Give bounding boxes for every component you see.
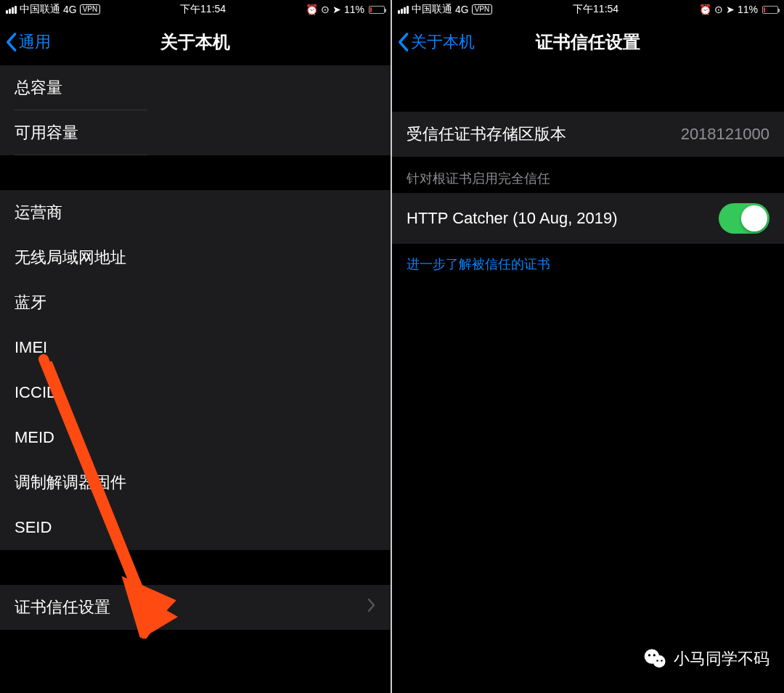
- battery-icon: [367, 6, 385, 14]
- row-label: 证书信任设置: [15, 596, 110, 618]
- carrier-label: 中国联通: [20, 3, 60, 16]
- nav-bar: 通用 关于本机: [0, 19, 391, 65]
- section-header: 针对根证书启用完全信任: [392, 157, 784, 193]
- status-bar: 中国联通 4G VPN 下午11:54 ⏰ ⊙ ➤ 11%: [392, 0, 784, 19]
- back-label: 通用: [19, 31, 51, 53]
- watermark: 小马同学不码: [643, 647, 769, 671]
- page-title: 关于本机: [160, 30, 230, 54]
- battery-percent: 11%: [738, 4, 758, 15]
- battery-icon: [761, 6, 778, 14]
- back-button[interactable]: 关于本机: [396, 31, 475, 53]
- phone-screen-cert-trust: 中国联通 4G VPN 下午11:54 ⏰ ⊙ ➤ 11% 关于本机 证书信任设…: [392, 0, 784, 693]
- row-available-capacity[interactable]: 可用容量: [0, 110, 391, 155]
- location-icon: ➤: [332, 4, 341, 15]
- signal-icon: [6, 6, 17, 14]
- network-label: 4G: [63, 4, 77, 15]
- back-label: 关于本机: [411, 31, 475, 53]
- alarm-icon: ⏰: [306, 4, 318, 15]
- row-seid[interactable]: SEID: [0, 505, 391, 550]
- location-icon: ➤: [726, 4, 735, 15]
- row-modem-firmware[interactable]: 调制解调器固件: [0, 460, 391, 505]
- row-trust-store-version: 受信任证书存储区版本 2018121000: [392, 112, 784, 157]
- vpn-badge: VPN: [80, 4, 101, 15]
- phone-screen-about: 中国联通 4G VPN 下午11:54 ⏰ ⊙ ➤ 11% 通用 关于本机 总容…: [0, 0, 392, 693]
- svg-point-9: [656, 660, 658, 662]
- svg-point-8: [653, 654, 656, 656]
- row-label: 总容量: [15, 77, 62, 99]
- svg-point-10: [661, 660, 663, 662]
- separator: [0, 550, 391, 585]
- clock-label: 下午11:54: [573, 3, 618, 16]
- row-total-capacity[interactable]: 总容量: [0, 65, 391, 110]
- row-wifi-address[interactable]: 无线局域网地址: [0, 235, 391, 280]
- battery-percent: 11%: [344, 4, 364, 15]
- separator: [392, 65, 784, 112]
- alarm-icon: ⏰: [699, 4, 711, 15]
- row-certificate-trust-settings[interactable]: 证书信任设置: [0, 585, 391, 630]
- separator: [0, 155, 391, 190]
- chevron-left-icon: [396, 32, 409, 52]
- svg-point-6: [653, 655, 666, 668]
- page-title: 证书信任设置: [536, 30, 640, 54]
- row-label: SEID: [15, 518, 52, 537]
- trust-toggle[interactable]: [719, 203, 769, 234]
- row-label: ICCID: [15, 383, 58, 402]
- row-cert-http-catcher: HTTP Catcher (10 Aug, 2019): [392, 193, 784, 244]
- row-label: 受信任证书存储区版本: [407, 123, 566, 145]
- row-label: 可用容量: [15, 122, 78, 144]
- clock-label: 下午11:54: [180, 3, 226, 16]
- chevron-left-icon: [4, 32, 17, 52]
- row-label: 调制解调器固件: [15, 472, 126, 493]
- row-label: 无线局域网地址: [15, 247, 126, 268]
- row-imei[interactable]: IMEI: [0, 325, 391, 370]
- cert-name-label: HTTP Catcher (10 Aug, 2019): [407, 209, 618, 228]
- row-bluetooth[interactable]: 蓝牙: [0, 280, 391, 325]
- signal-icon: [398, 6, 409, 14]
- row-label: 蓝牙: [15, 292, 46, 313]
- learn-more-link[interactable]: 进一步了解被信任的证书: [392, 244, 784, 287]
- network-label: 4G: [455, 4, 469, 15]
- status-bar: 中国联通 4G VPN 下午11:54 ⏰ ⊙ ➤ 11%: [0, 0, 391, 19]
- row-meid[interactable]: MEID: [0, 415, 391, 460]
- lock-rotation-icon: ⊙: [714, 4, 723, 15]
- carrier-label: 中国联通: [412, 3, 452, 16]
- nav-bar: 关于本机 证书信任设置: [392, 19, 784, 65]
- svg-point-7: [648, 654, 650, 656]
- row-iccid[interactable]: ICCID: [0, 370, 391, 415]
- row-label: IMEI: [15, 338, 47, 357]
- row-label: 运营商: [15, 202, 62, 224]
- row-value: 2018121000: [681, 125, 769, 144]
- vpn-badge: VPN: [472, 4, 493, 15]
- lock-rotation-icon: ⊙: [321, 4, 330, 15]
- row-label: MEID: [15, 428, 54, 447]
- watermark-text: 小马同学不码: [674, 648, 769, 670]
- wechat-icon: [643, 647, 668, 671]
- chevron-right-icon: [367, 598, 376, 617]
- row-carrier[interactable]: 运营商: [0, 190, 391, 235]
- back-button[interactable]: 通用: [4, 31, 51, 53]
